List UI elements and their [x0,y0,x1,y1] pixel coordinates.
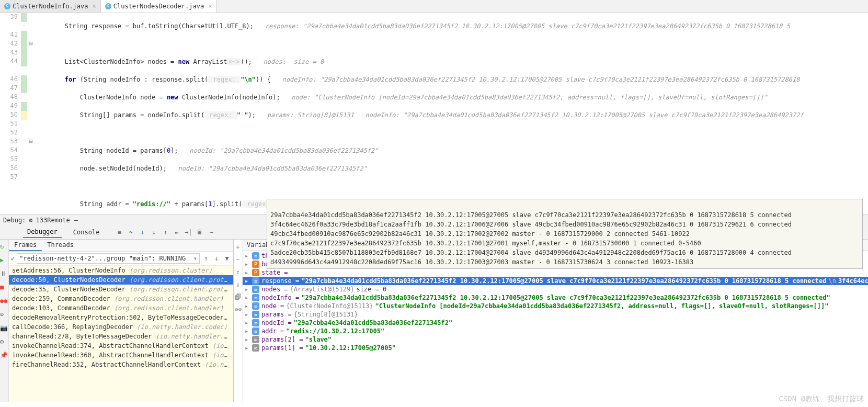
close-icon[interactable]: × [208,3,212,10]
stack-frame[interactable]: decode:35, ClusterNodesDecoder (org.redi… [9,285,233,294]
filter-icon[interactable]: ▼ [223,254,231,263]
code-editor[interactable]: 39 4142 4344 464748 495051 525354 555657… [0,13,868,214]
frames-list[interactable]: setAddress:56, ClusterNodeInfo (org.redi… [9,266,233,402]
stack-frame[interactable]: decodeRemovalReentryProtection:502, Byte… [9,313,233,322]
thread-selector-row: ✔ "redisson-netty-4-2"...group "main": R… [9,252,233,266]
step-out-icon[interactable]: ↑ [161,228,169,236]
breakpoints-icon[interactable]: ●● [0,297,8,306]
pin-icon[interactable]: 📌 [0,352,8,360]
drop-frame-icon[interactable]: ⇤ [173,228,181,236]
java-icon [4,3,10,9]
gear-icon[interactable]: ⚙ [29,217,32,224]
stack-frame[interactable]: channelRead:278, ByteToMessageDecoder (i… [9,332,233,341]
step-over-icon[interactable]: ≡ [115,228,123,236]
remove-watch-icon[interactable]: － [234,255,242,264]
resume-icon[interactable]: ▶ [0,256,8,265]
copy-icon[interactable]: 🗐 [234,293,242,301]
tab-frames[interactable]: Frames [9,240,42,251]
stack-frame[interactable]: decode:259, CommandDecoder (org.redisson… [9,294,233,303]
rerun-icon[interactable]: ↻ [0,243,8,251]
stack-frame[interactable]: invokeChannelRead:360, AbstractChannelHa… [9,351,233,360]
coverage-gutter [21,13,27,214]
tab-console[interactable]: Console [69,227,104,238]
pause-icon[interactable]: ⏸ [0,270,8,278]
prev-frame-icon[interactable]: ↑ [202,254,210,263]
tab-label: ClusterNodesDecoder.java [113,3,204,10]
stack-frame[interactable]: decode:50, ClusterNodesDecoder (org.redi… [9,275,233,285]
stack-frame[interactable]: invokeChannelRead:374, AbstractChannelHa… [9,341,233,351]
more-icon[interactable]: ⋯ [207,228,215,236]
evaluate-icon[interactable]: 🖩 [196,228,204,236]
line-gutter: 39 4142 4344 464748 495051 525354 555657 [0,13,21,214]
next-frame-icon[interactable]: ↓ [212,254,221,263]
stack-frame[interactable]: decode:103, CommandDecoder (org.redisson… [9,303,233,313]
debug-label: Debug: [3,217,26,224]
debug-sidestrip: ↻ ▶ ⏸ ■ ●● ⊘ 📷 ⚙ 📌 [0,240,9,402]
stack-frame[interactable]: fireChannelRead:352, AbstractChannelHand… [9,360,233,369]
tab-debugger[interactable]: Debugger [23,227,62,238]
stack-frame[interactable]: setAddress:56, ClusterNodeInfo (org.redi… [9,266,233,275]
close-icon[interactable]: × [93,3,96,10]
run-to-cursor-icon[interactable]: →| [184,228,192,236]
check-icon: ✔ [11,255,15,262]
editor-tabs: ClusterNodeInfo.java× ClusterNodesDecode… [0,0,868,13]
camera-icon[interactable]: 📷 [0,324,8,333]
tab-clusternodesdecoder[interactable]: ClusterNodesDecoder.java× [101,0,217,13]
step-into-icon[interactable]: ↓ [138,228,146,236]
thread-selector[interactable]: "redisson-netty-4-2"...group "main": RUN… [17,253,200,264]
variables-tree[interactable]: ▸≡ this = ▸P buf = ▸P state = ▸≡ respons… [243,251,868,402]
fold-gutter: ⊟⊟ [27,13,35,214]
java-icon [105,3,111,9]
stop-icon[interactable]: ■ [0,284,8,292]
add-watch-icon[interactable]: ＋ [234,243,242,251]
stack-frame[interactable]: callDecode:366, ReplayingDecoder (io.net… [9,322,233,332]
watermark: CSDN @教练、我想打篮球 [779,394,864,404]
mute-bp-icon[interactable]: ⊘ [0,311,8,319]
var-response[interactable]: ▸≡ response = "29a7cbba4e34da01cdd5ba83d… [243,277,868,285]
minimize-icon[interactable]: — [74,217,78,224]
frames-panel: FramesThreads ✔ "redisson-netty-4-2"...g… [9,240,234,402]
step-over-icon[interactable]: ↷ [127,228,135,236]
tab-threads[interactable]: Threads [42,240,79,251]
tab-label: ClusterNodeInfo.java [13,3,88,10]
debug-config[interactable]: 133Remote [36,217,70,224]
settings-icon[interactable]: ⚙ [0,338,8,346]
down-icon[interactable]: ↓ [234,280,242,289]
value-popup: 29a7cbba4e34da01cdd5ba83da036ef2271345f2… [267,199,863,269]
force-step-into-icon[interactable]: ↓ [150,228,158,236]
vars-toolbar: ＋ － ↑ ↓ 🗐 👓 [234,240,243,402]
up-icon[interactable]: ↑ [234,268,242,276]
glasses-icon[interactable]: 👓 [234,306,242,314]
code-area[interactable]: String response = buf.toString(CharsetUt… [35,13,868,214]
tab-clusternodeinfo[interactable]: ClusterNodeInfo.java× [0,0,101,13]
